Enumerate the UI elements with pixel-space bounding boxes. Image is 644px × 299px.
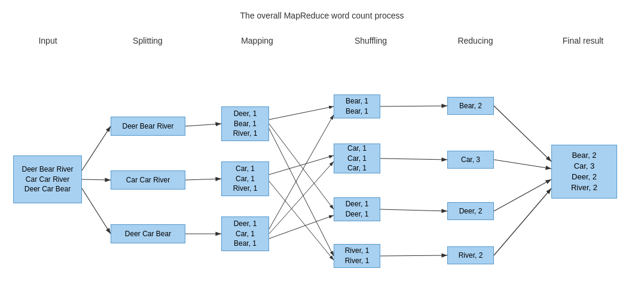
red-box-4: River, 2 xyxy=(447,246,494,264)
svg-line-12 xyxy=(269,115,334,229)
svg-line-13 xyxy=(269,161,334,234)
header-splitting: Splitting xyxy=(133,36,163,45)
map-box-1: Deer, 1 Bear, 1 River, 1 xyxy=(221,106,269,141)
split-box-1: Deer Bear River xyxy=(111,117,185,136)
map-box-2: Car, 1 Car, 1 River, 1 xyxy=(221,161,269,196)
red-box-2: Car, 3 xyxy=(447,151,494,169)
red-box-1: Bear, 2 xyxy=(447,97,494,115)
svg-line-21 xyxy=(494,179,551,211)
header-mapping: Mapping xyxy=(241,36,273,45)
svg-line-10 xyxy=(269,155,334,175)
svg-line-17 xyxy=(380,209,447,211)
svg-line-11 xyxy=(269,181,334,260)
svg-line-1 xyxy=(82,126,111,170)
header-final: Final result xyxy=(563,36,603,45)
shuf-box-2: Car, 1 Car, 1 Car, 1 xyxy=(334,144,380,173)
split-box-2: Car Car River xyxy=(111,170,185,190)
map-box-3: Deer, 1 Car, 1 Bear, 1 xyxy=(221,216,269,251)
svg-line-22 xyxy=(494,188,551,255)
svg-line-2 xyxy=(82,179,111,180)
diagram-title: The overall MapReduce word count process xyxy=(240,11,404,20)
shuf-box-3: Deer, 1 Deer, 1 xyxy=(334,197,380,221)
shuf-box-1: Bear, 1 Bear, 1 xyxy=(334,94,380,118)
svg-line-16 xyxy=(380,158,447,160)
svg-line-14 xyxy=(269,215,334,239)
split-box-3: Deer Car Bear xyxy=(111,224,185,243)
svg-line-8 xyxy=(269,124,334,209)
svg-line-3 xyxy=(82,188,111,234)
arrows-svg xyxy=(0,0,644,299)
header-input: Input xyxy=(38,36,57,45)
header-reducing: Reducing xyxy=(457,36,493,45)
input-box: Deer Bear River Car Car River Deer Car B… xyxy=(13,155,82,203)
svg-line-4 xyxy=(185,124,221,126)
svg-line-9 xyxy=(269,129,334,256)
header-shuffling: Shuffling xyxy=(355,36,387,45)
svg-line-20 xyxy=(494,160,551,169)
svg-line-15 xyxy=(380,106,447,106)
svg-line-18 xyxy=(380,255,447,256)
svg-line-5 xyxy=(185,179,221,180)
final-box: Bear, 2 Car, 3 Deer, 2 River, 2 xyxy=(551,145,617,199)
svg-line-7 xyxy=(269,106,334,120)
svg-line-19 xyxy=(494,106,551,161)
diagram: The overall MapReduce word count process… xyxy=(0,0,644,299)
shuf-box-4: River, 1 River, 1 xyxy=(334,244,380,268)
red-box-3: Deer, 2 xyxy=(447,202,494,220)
